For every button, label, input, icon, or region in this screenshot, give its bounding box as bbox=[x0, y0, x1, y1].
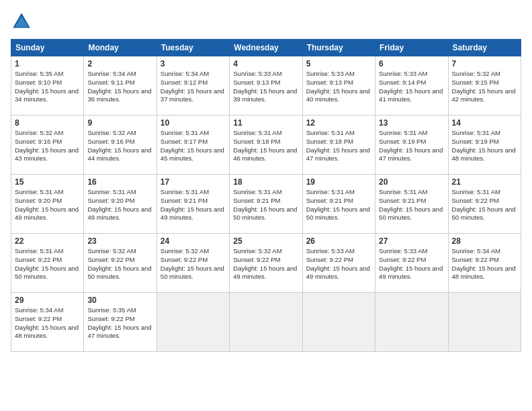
day-info: Sunrise: 5:33 AMSunset: 9:22 PMDaylight:… bbox=[379, 247, 444, 281]
calendar-week-row: 1 Sunrise: 5:35 AMSunset: 9:10 PMDayligh… bbox=[11, 56, 521, 116]
day-number: 30 bbox=[87, 295, 152, 305]
day-info: Sunrise: 5:33 AMSunset: 9:14 PMDaylight:… bbox=[379, 70, 444, 104]
day-info: Sunrise: 5:31 AMSunset: 9:21 PMDaylight:… bbox=[306, 188, 371, 222]
table-row: 4 Sunrise: 5:33 AMSunset: 9:13 PMDayligh… bbox=[230, 56, 302, 116]
day-info: Sunrise: 5:31 AMSunset: 9:21 PMDaylight:… bbox=[161, 188, 226, 222]
table-row: 2 Sunrise: 5:34 AMSunset: 9:11 PMDayligh… bbox=[84, 56, 157, 116]
table-row: 18 Sunrise: 5:31 AMSunset: 9:21 PMDaylig… bbox=[230, 175, 302, 234]
day-number: 27 bbox=[379, 236, 444, 246]
day-number: 22 bbox=[15, 236, 80, 246]
table-row: 14 Sunrise: 5:31 AMSunset: 9:19 PMDaylig… bbox=[448, 116, 521, 175]
table-row: 1 Sunrise: 5:35 AMSunset: 9:10 PMDayligh… bbox=[11, 56, 84, 116]
day-number: 14 bbox=[452, 118, 517, 128]
col-thursday: Thursday bbox=[302, 40, 375, 56]
day-number: 11 bbox=[233, 118, 298, 128]
table-row bbox=[157, 293, 229, 352]
table-row: 29 Sunrise: 5:34 AMSunset: 9:22 PMDaylig… bbox=[11, 293, 84, 352]
day-number: 17 bbox=[161, 177, 226, 187]
day-info: Sunrise: 5:32 AMSunset: 9:22 PMDaylight:… bbox=[161, 247, 226, 281]
page: Sunday Monday Tuesday Wednesday Thursday… bbox=[0, 0, 532, 411]
day-info: Sunrise: 5:31 AMSunset: 9:19 PMDaylight:… bbox=[379, 129, 444, 163]
table-row: 22 Sunrise: 5:31 AMSunset: 9:22 PMDaylig… bbox=[11, 234, 84, 293]
day-info: Sunrise: 5:32 AMSunset: 9:16 PMDaylight:… bbox=[15, 129, 80, 163]
day-info: Sunrise: 5:33 AMSunset: 9:13 PMDaylight:… bbox=[306, 70, 371, 104]
day-info: Sunrise: 5:31 AMSunset: 9:21 PMDaylight:… bbox=[379, 188, 444, 222]
col-wednesday: Wednesday bbox=[230, 40, 302, 56]
logo-icon bbox=[11, 11, 32, 32]
table-row: 21 Sunrise: 5:31 AMSunset: 9:22 PMDaylig… bbox=[448, 175, 521, 234]
day-info: Sunrise: 5:31 AMSunset: 9:18 PMDaylight:… bbox=[233, 129, 298, 163]
table-row: 16 Sunrise: 5:31 AMSunset: 9:20 PMDaylig… bbox=[84, 175, 157, 234]
table-row: 10 Sunrise: 5:31 AMSunset: 9:17 PMDaylig… bbox=[157, 116, 229, 175]
table-row: 25 Sunrise: 5:32 AMSunset: 9:22 PMDaylig… bbox=[230, 234, 302, 293]
day-info: Sunrise: 5:34 AMSunset: 9:22 PMDaylight:… bbox=[452, 247, 517, 281]
logo bbox=[11, 11, 35, 32]
day-number: 12 bbox=[306, 118, 371, 128]
calendar-header-row: Sunday Monday Tuesday Wednesday Thursday… bbox=[11, 40, 521, 56]
col-tuesday: Tuesday bbox=[157, 40, 229, 56]
day-info: Sunrise: 5:31 AMSunset: 9:19 PMDaylight:… bbox=[452, 129, 517, 163]
day-info: Sunrise: 5:34 AMSunset: 9:11 PMDaylight:… bbox=[87, 70, 152, 104]
table-row: 24 Sunrise: 5:32 AMSunset: 9:22 PMDaylig… bbox=[157, 234, 229, 293]
table-row: 20 Sunrise: 5:31 AMSunset: 9:21 PMDaylig… bbox=[375, 175, 448, 234]
calendar-table: Sunday Monday Tuesday Wednesday Thursday… bbox=[11, 39, 521, 352]
day-info: Sunrise: 5:31 AMSunset: 9:17 PMDaylight:… bbox=[161, 129, 226, 163]
table-row: 12 Sunrise: 5:31 AMSunset: 9:18 PMDaylig… bbox=[302, 116, 375, 175]
table-row bbox=[375, 293, 448, 352]
day-info: Sunrise: 5:35 AMSunset: 9:10 PMDaylight:… bbox=[15, 70, 80, 104]
day-info: Sunrise: 5:31 AMSunset: 9:21 PMDaylight:… bbox=[233, 188, 298, 222]
day-info: Sunrise: 5:33 AMSunset: 9:13 PMDaylight:… bbox=[233, 70, 298, 104]
table-row: 11 Sunrise: 5:31 AMSunset: 9:18 PMDaylig… bbox=[230, 116, 302, 175]
day-number: 5 bbox=[306, 59, 371, 68]
table-row: 7 Sunrise: 5:32 AMSunset: 9:15 PMDayligh… bbox=[448, 56, 521, 116]
day-info: Sunrise: 5:34 AMSunset: 9:22 PMDaylight:… bbox=[15, 306, 80, 340]
table-row bbox=[230, 293, 302, 352]
day-info: Sunrise: 5:31 AMSunset: 9:20 PMDaylight:… bbox=[15, 188, 80, 222]
table-row: 13 Sunrise: 5:31 AMSunset: 9:19 PMDaylig… bbox=[375, 116, 448, 175]
day-info: Sunrise: 5:31 AMSunset: 9:20 PMDaylight:… bbox=[87, 188, 152, 222]
table-row: 27 Sunrise: 5:33 AMSunset: 9:22 PMDaylig… bbox=[375, 234, 448, 293]
day-info: Sunrise: 5:34 AMSunset: 9:12 PMDaylight:… bbox=[161, 70, 226, 104]
day-number: 24 bbox=[161, 236, 226, 246]
day-number: 18 bbox=[233, 177, 298, 187]
day-info: Sunrise: 5:32 AMSunset: 9:22 PMDaylight:… bbox=[233, 247, 298, 281]
day-number: 29 bbox=[15, 295, 80, 305]
table-row: 30 Sunrise: 5:35 AMSunset: 9:22 PMDaylig… bbox=[84, 293, 157, 352]
table-row: 3 Sunrise: 5:34 AMSunset: 9:12 PMDayligh… bbox=[157, 56, 229, 116]
day-number: 25 bbox=[233, 236, 298, 246]
table-row: 5 Sunrise: 5:33 AMSunset: 9:13 PMDayligh… bbox=[302, 56, 375, 116]
table-row bbox=[448, 293, 521, 352]
day-number: 19 bbox=[306, 177, 371, 187]
calendar-week-row: 29 Sunrise: 5:34 AMSunset: 9:22 PMDaylig… bbox=[11, 293, 521, 352]
header bbox=[11, 11, 521, 32]
day-info: Sunrise: 5:31 AMSunset: 9:22 PMDaylight:… bbox=[15, 247, 80, 281]
day-number: 23 bbox=[87, 236, 152, 246]
table-row: 26 Sunrise: 5:33 AMSunset: 9:22 PMDaylig… bbox=[302, 234, 375, 293]
day-number: 21 bbox=[452, 177, 517, 187]
calendar-week-row: 22 Sunrise: 5:31 AMSunset: 9:22 PMDaylig… bbox=[11, 234, 521, 293]
day-info: Sunrise: 5:31 AMSunset: 9:22 PMDaylight:… bbox=[452, 188, 517, 222]
col-friday: Friday bbox=[375, 40, 448, 56]
day-number: 28 bbox=[452, 236, 517, 246]
calendar-week-row: 15 Sunrise: 5:31 AMSunset: 9:20 PMDaylig… bbox=[11, 175, 521, 234]
day-info: Sunrise: 5:35 AMSunset: 9:22 PMDaylight:… bbox=[87, 306, 152, 340]
day-number: 16 bbox=[87, 177, 152, 187]
day-number: 4 bbox=[233, 59, 298, 68]
col-sunday: Sunday bbox=[11, 40, 84, 56]
col-monday: Monday bbox=[84, 40, 157, 56]
day-number: 13 bbox=[379, 118, 444, 128]
table-row bbox=[302, 293, 375, 352]
day-info: Sunrise: 5:32 AMSunset: 9:16 PMDaylight:… bbox=[87, 129, 152, 163]
col-saturday: Saturday bbox=[448, 40, 521, 56]
table-row: 23 Sunrise: 5:32 AMSunset: 9:22 PMDaylig… bbox=[84, 234, 157, 293]
table-row: 28 Sunrise: 5:34 AMSunset: 9:22 PMDaylig… bbox=[448, 234, 521, 293]
table-row: 6 Sunrise: 5:33 AMSunset: 9:14 PMDayligh… bbox=[375, 56, 448, 116]
table-row: 17 Sunrise: 5:31 AMSunset: 9:21 PMDaylig… bbox=[157, 175, 229, 234]
day-number: 20 bbox=[379, 177, 444, 187]
day-info: Sunrise: 5:32 AMSunset: 9:22 PMDaylight:… bbox=[87, 247, 152, 281]
day-number: 26 bbox=[306, 236, 371, 246]
day-number: 10 bbox=[161, 118, 226, 128]
table-row: 9 Sunrise: 5:32 AMSunset: 9:16 PMDayligh… bbox=[84, 116, 157, 175]
calendar-week-row: 8 Sunrise: 5:32 AMSunset: 9:16 PMDayligh… bbox=[11, 116, 521, 175]
day-number: 7 bbox=[452, 59, 517, 68]
